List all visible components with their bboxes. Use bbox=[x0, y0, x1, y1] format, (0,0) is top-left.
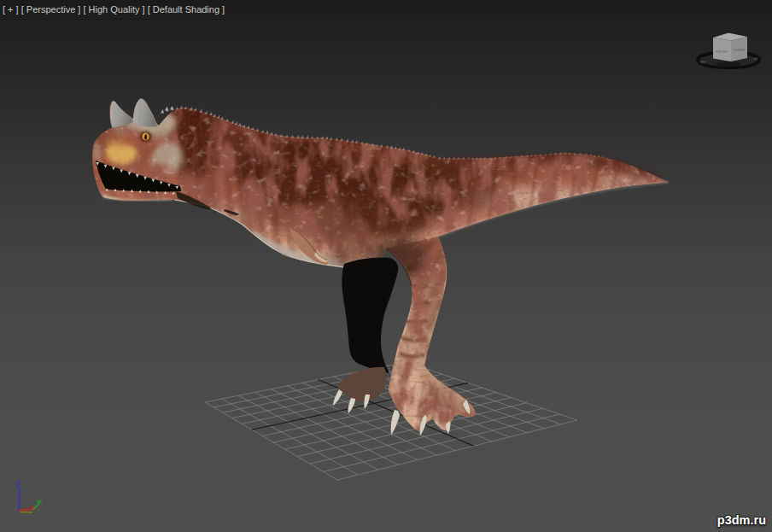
svg-text:FRONT: FRONT bbox=[716, 50, 728, 54]
svg-text:RIGHT: RIGHT bbox=[734, 48, 746, 52]
svg-text:Z: Z bbox=[16, 479, 21, 488]
